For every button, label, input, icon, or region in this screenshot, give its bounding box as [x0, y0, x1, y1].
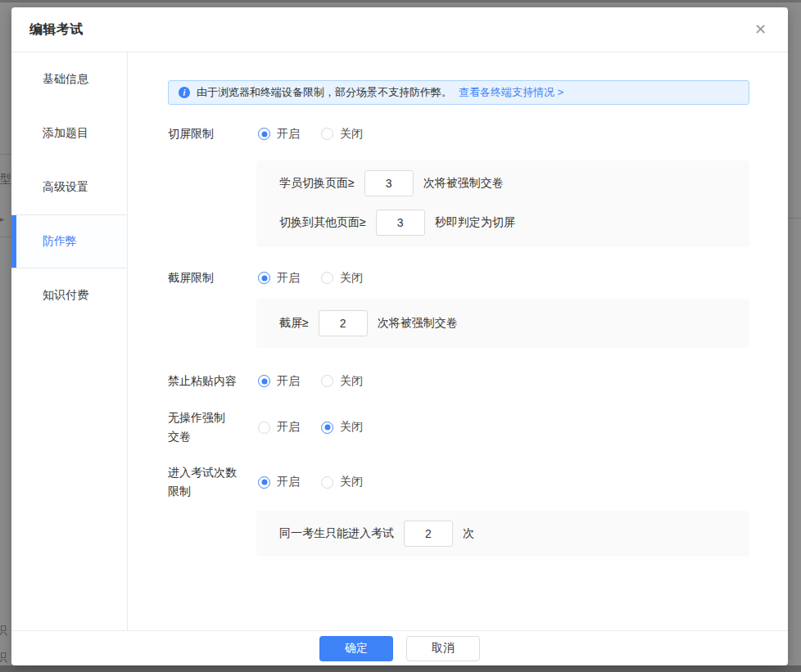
backdrop-bottom-band: [0, 665, 801, 672]
radio-label: 开启: [277, 374, 300, 389]
setting-label: 禁止粘贴内容: [168, 372, 258, 390]
radio-circle: [321, 375, 333, 387]
info-icon: i: [179, 87, 190, 98]
backdrop-text-fragment: 识: [0, 625, 7, 636]
sidebar-item-advanced-settings[interactable]: 高级设置: [11, 160, 127, 214]
setting-row-screenshot-limit: 截屏限制 开启 关闭: [168, 268, 749, 287]
confirm-button[interactable]: 确定: [319, 636, 393, 661]
setting-row-entry-limit: 进入考试次数 限制 开启 关闭: [168, 463, 749, 501]
radio-label: 开启: [277, 127, 300, 142]
radio-circle: [321, 422, 333, 434]
field-prefix: 学员切换页面≥: [279, 176, 355, 191]
radio-label: 关闭: [340, 271, 363, 286]
radio-on[interactable]: 开启: [258, 420, 300, 435]
banner-text: 由于浏览器和终端设备限制，部分场景不支持防作弊。: [197, 85, 452, 100]
radio-label: 开启: [277, 420, 300, 435]
radio-group-no-paste: 开启 关闭: [258, 374, 363, 389]
entry-count-input[interactable]: [404, 521, 453, 547]
radio-label: 关闭: [340, 127, 363, 142]
sidebar-item-add-questions[interactable]: 添加题目: [11, 106, 127, 160]
sidebar-item-knowledge-payment[interactable]: 知识付费: [11, 268, 127, 322]
radio-off[interactable]: 关闭: [321, 127, 363, 142]
close-icon[interactable]: ✕: [754, 22, 767, 37]
radio-circle: [258, 422, 270, 434]
backdrop-divider: [788, 218, 801, 219]
radio-label: 关闭: [340, 420, 363, 435]
backdrop-right-strip: [788, 2, 801, 665]
backdrop-text-fragment: 识: [0, 652, 7, 663]
sidebar-item-basic-info[interactable]: 基础信息: [11, 52, 127, 106]
radio-on[interactable]: 开启: [258, 127, 300, 142]
radio-circle: [321, 476, 333, 489]
dialog-header: 编辑考试 ✕: [11, 7, 788, 52]
setting-label: 切屏限制: [168, 124, 258, 143]
backdrop-divider: [0, 237, 11, 237]
radio-circle: [258, 375, 270, 387]
radio-label: 开启: [277, 475, 300, 489]
setting-row-idle-force-submit: 无操作强制 交卷 开启 关闭: [168, 408, 749, 446]
setting-label: 截屏限制: [168, 268, 258, 287]
setting-label: 进入考试次数 限制: [168, 463, 258, 501]
cancel-button[interactable]: 取消: [406, 636, 480, 661]
radio-circle: [258, 128, 270, 140]
radio-label: 开启: [277, 271, 300, 286]
radio-group-screen-switch: 开启 关闭: [258, 127, 363, 142]
setting-row-screen-switch-limit: 切屏限制 开启 关闭: [168, 124, 749, 143]
dialog-body: 基础信息 添加题目 高级设置 防作弊 知识付费 i 由于浏览器和终端设备限制，部…: [11, 52, 788, 630]
field-suffix: 次将被强制交卷: [378, 316, 458, 331]
backdrop-text-fragment: 型: [0, 173, 11, 184]
setting-row-no-paste: 禁止粘贴内容 开启 关闭: [168, 372, 749, 390]
anti-cheating-panel: i 由于浏览器和终端设备限制，部分场景不支持防作弊。 查看各终端支持情况 > 切…: [128, 52, 788, 630]
radio-group-screenshot: 开启 关闭: [258, 271, 363, 286]
field-prefix: 截屏≥: [279, 316, 309, 331]
field-prefix: 切换到其他页面≥: [279, 215, 366, 230]
radio-circle: [258, 476, 270, 489]
radio-label: 关闭: [340, 374, 363, 389]
backdrop-top-band: [0, 0, 801, 2]
radio-off[interactable]: 关闭: [321, 374, 363, 389]
screenshot-count-input[interactable]: [319, 310, 368, 336]
field-suffix: 秒即判定为切屏: [435, 215, 515, 230]
radio-circle: [258, 272, 270, 284]
switch-seconds-input[interactable]: [376, 210, 425, 236]
panel-row-switch-seconds: 切换到其他页面≥ 秒即判定为切屏: [279, 210, 726, 236]
field-suffix: 次将被强制交卷: [423, 176, 504, 191]
screenshot-settings-panel: 截屏≥ 次将被强制交卷: [256, 299, 749, 348]
radio-on[interactable]: 开启: [258, 271, 300, 286]
screen-switch-settings-panel: 学员切换页面≥ 次将被强制交卷 切换到其他页面≥ 秒即判定为切屏: [256, 160, 749, 247]
radio-group-idle-force-submit: 开启 关闭: [258, 420, 363, 435]
radio-off[interactable]: 关闭: [321, 420, 363, 435]
backdrop-left-strip: 型 ▸ 识 识: [0, 2, 11, 672]
radio-on[interactable]: 开启: [258, 374, 300, 389]
dialog-title: 编辑考试: [29, 21, 84, 38]
panel-row-switch-count: 学员切换页面≥ 次将被强制交卷: [279, 170, 726, 196]
terminal-support-link[interactable]: 查看各终端支持情况 >: [459, 85, 563, 100]
radio-label: 关闭: [340, 475, 363, 489]
radio-circle: [321, 128, 333, 140]
backdrop-divider: [0, 154, 11, 155]
field-suffix: 次: [463, 526, 474, 541]
radio-group-entry-limit: 开启 关闭: [258, 475, 363, 489]
info-banner: i 由于浏览器和终端设备限制，部分场景不支持防作弊。 查看各终端支持情况 >: [168, 80, 749, 105]
switch-count-input[interactable]: [364, 170, 414, 196]
sidebar-item-anti-cheating[interactable]: 防作弊: [11, 214, 127, 268]
edit-exam-dialog: 编辑考试 ✕ 基础信息 添加题目 高级设置 防作弊 知识付费 i 由于浏览器和终…: [11, 7, 788, 665]
entry-limit-settings-panel: 同一考生只能进入考试 次: [256, 511, 749, 557]
dialog-sidebar: 基础信息 添加题目 高级设置 防作弊 知识付费: [11, 52, 128, 630]
radio-off[interactable]: 关闭: [321, 475, 363, 489]
radio-on[interactable]: 开启: [258, 475, 300, 489]
field-prefix: 同一考生只能进入考试: [279, 526, 394, 541]
backdrop-arrow-fragment: ▸: [0, 214, 4, 225]
setting-label: 无操作强制 交卷: [168, 408, 258, 446]
radio-circle: [321, 272, 333, 284]
dialog-footer: 确定 取消: [11, 630, 788, 665]
radio-off[interactable]: 关闭: [321, 271, 363, 286]
